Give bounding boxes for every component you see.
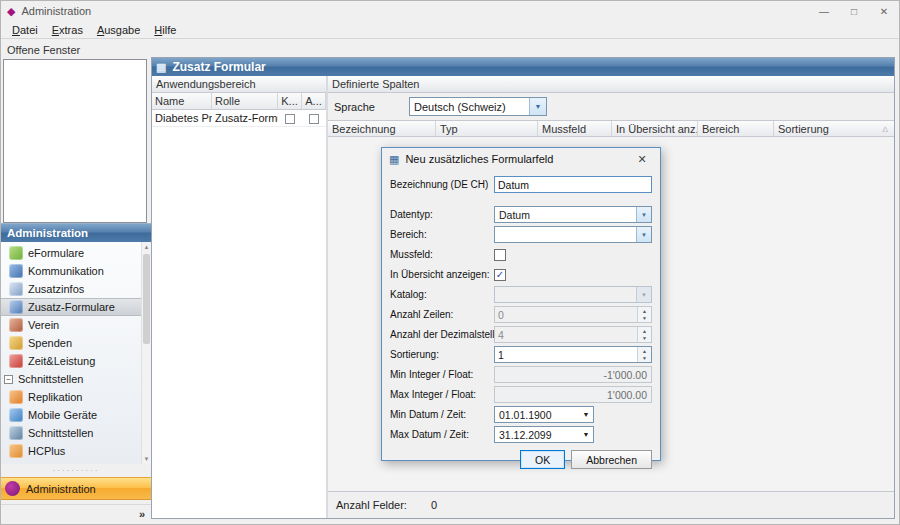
- sprache-label: Sprache: [334, 101, 409, 113]
- sort-asc-icon[interactable]: △: [883, 125, 888, 133]
- chevron-down-icon[interactable]: ▼: [579, 431, 593, 438]
- collapse-chevron-icon[interactable]: »: [139, 508, 145, 520]
- spin-down-icon[interactable]: ▼: [638, 355, 651, 363]
- minimize-button[interactable]: —: [809, 1, 839, 21]
- katalog-row: Katalog: ▼: [390, 286, 652, 303]
- uebersicht-checkbox[interactable]: ✓: [494, 269, 506, 281]
- scroll-down-icon[interactable]: ▼: [142, 454, 151, 464]
- sidebar-item-label: Spenden: [28, 337, 72, 349]
- column-bezeichnung[interactable]: Bezeichnung: [328, 121, 436, 136]
- spin-down-icon: ▼: [638, 335, 651, 343]
- definierte-spalten-title: Definierte Spalten: [328, 76, 894, 93]
- sidebar-item-mobile-geraete[interactable]: Mobile Geräte: [1, 406, 141, 424]
- spalten-table-header: Bezeichnung Typ Mussfeld In Übersicht an…: [328, 120, 894, 137]
- spenden-icon: [9, 336, 23, 350]
- sidebar-item-eformulare[interactable]: eFormulare: [1, 244, 141, 262]
- table-row[interactable]: Diabetes Prot... Zusatz-Formul...: [152, 110, 326, 127]
- sortierung-spinner[interactable]: 1 ▲▼: [494, 346, 652, 363]
- kommunikation-icon: [9, 264, 23, 278]
- dezimalstellen-row: Anzahl der Dezimalstellen: 4 ▲▼: [390, 326, 652, 343]
- sprache-value: Deutsch (Schweiz): [410, 101, 529, 113]
- anzahl-zeilen-spinner: 0 ▲▼: [494, 306, 652, 323]
- administration-bottom-button[interactable]: Administration: [1, 477, 151, 500]
- menu-extras[interactable]: Extras: [45, 22, 90, 38]
- dialog-close-icon[interactable]: ✕: [628, 149, 656, 169]
- menu-datei[interactable]: Datei: [5, 22, 45, 38]
- maximize-button[interactable]: □: [839, 1, 869, 21]
- menu-hilfe[interactable]: Hilfe: [147, 22, 183, 38]
- min-datum-value: 01.01.1900: [495, 409, 579, 421]
- a-checkbox[interactable]: [309, 114, 319, 124]
- sidebar-item-spenden[interactable]: Spenden: [1, 334, 141, 352]
- abbrechen-button[interactable]: Abbrechen: [571, 450, 652, 469]
- min-int-label: Min Integer / Float:: [390, 369, 494, 380]
- replikation-icon: [9, 390, 23, 404]
- chevron-down-icon[interactable]: ▼: [636, 227, 651, 242]
- datentyp-combobox[interactable]: Datum ▼: [494, 206, 652, 223]
- min-int-row: Min Integer / Float: -1'000.00: [390, 366, 652, 383]
- sidebar-item-replikation[interactable]: Replikation: [1, 388, 141, 406]
- anwendungsbereich-panel: Anwendungsbereich Name Rolle K... A... D…: [152, 76, 328, 518]
- neu-formularfeld-dialog: ▦ Neu zusätzliches Formularfeld ✕ Bezeic…: [381, 147, 661, 461]
- sidebar-item-verein[interactable]: Verein: [1, 316, 141, 334]
- sidebar-item-zeit-leistung[interactable]: Zeit&Leistung: [1, 352, 141, 370]
- cell-rolle: Zusatz-Formul...: [212, 111, 278, 125]
- sidebar-item-label: Zeit&Leistung: [28, 355, 95, 367]
- cell-a-checkbox-wrap: [302, 111, 326, 125]
- sidebar-item-label: Replikation: [28, 391, 82, 403]
- max-datum-picker[interactable]: 31.12.2099 ▼: [494, 426, 594, 443]
- max-int-field: 1'000.00: [494, 386, 652, 403]
- sidebar-item-label: Zusatz-Formulare: [28, 301, 115, 313]
- form-grid-icon: ▦: [156, 61, 166, 74]
- mussfeld-row: Mussfeld:: [390, 246, 652, 263]
- column-sortierung-label: Sortierung: [778, 123, 829, 135]
- chevron-down-icon[interactable]: ▼: [529, 98, 546, 115]
- menu-ausgabe[interactable]: Ausgabe: [90, 22, 147, 38]
- column-uebersicht[interactable]: In Übersicht anz...: [612, 121, 698, 136]
- sidebar-item-schnittstellen[interactable]: Schnittstellen: [1, 424, 141, 442]
- sprache-combobox[interactable]: Deutsch (Schweiz) ▼: [409, 97, 547, 116]
- sidebar-item-zusatz-formulare[interactable]: Zusatz-Formulare: [1, 298, 141, 316]
- bezeichnung-row: Bezeichnung (DE CH): [390, 176, 652, 193]
- column-a[interactable]: A...: [302, 93, 326, 109]
- chevron-down-icon[interactable]: ▼: [636, 207, 651, 222]
- k-checkbox[interactable]: [285, 114, 295, 124]
- column-typ[interactable]: Typ: [436, 121, 538, 136]
- sidebar-item-hcplus[interactable]: HCPlus: [1, 442, 141, 460]
- sprache-row: Sprache Deutsch (Schweiz) ▼: [328, 93, 894, 120]
- sidebar-item-kommunikation[interactable]: Kommunikation: [1, 262, 141, 280]
- spin-up-icon[interactable]: ▲: [638, 347, 651, 355]
- column-rolle[interactable]: Rolle: [212, 93, 278, 109]
- column-name[interactable]: Name: [152, 93, 212, 109]
- max-datum-label: Max Datum / Zeit:: [390, 429, 494, 440]
- scroll-up-icon[interactable]: ▲: [142, 242, 151, 252]
- bereich-combobox[interactable]: ▼: [494, 226, 652, 243]
- uebersicht-label: In Übersicht anzeigen:: [390, 269, 494, 280]
- open-windows-label: Offene Fenster: [7, 44, 80, 56]
- spin-up-icon: ▲: [638, 327, 651, 335]
- katalog-label: Katalog:: [390, 289, 494, 300]
- bezeichnung-input[interactable]: [494, 176, 652, 193]
- min-datum-picker[interactable]: 01.01.1900 ▼: [494, 406, 594, 423]
- close-button[interactable]: ✕: [869, 1, 899, 21]
- sidebar-item-zusatzinfos[interactable]: Zusatzinfos: [1, 280, 141, 298]
- chevron-down-icon[interactable]: ▼: [579, 411, 593, 418]
- nav-scrollbar[interactable]: ▲ ▼: [141, 242, 151, 464]
- column-mussfeld[interactable]: Mussfeld: [538, 121, 612, 136]
- zusatz-formulare-icon: [9, 300, 23, 314]
- column-k[interactable]: K...: [278, 93, 302, 109]
- schnittstellen-icon: [9, 426, 23, 440]
- column-bereich[interactable]: Bereich: [698, 121, 774, 136]
- panel-footer: Anzahl Felder: 0: [328, 491, 894, 518]
- column-sortierung[interactable]: Sortierung △: [774, 121, 894, 136]
- mussfeld-checkbox[interactable]: [494, 249, 506, 261]
- sidebar-footer: »: [1, 504, 151, 522]
- menubar: Datei Extras Ausgabe Hilfe: [1, 21, 899, 39]
- ok-button[interactable]: OK: [520, 450, 565, 469]
- splitter-grip[interactable]: ··········: [1, 467, 151, 475]
- sidebar-group-schnittstellen[interactable]: − Schnittstellen: [1, 370, 141, 388]
- open-windows-list[interactable]: [3, 59, 147, 223]
- collapse-expander-icon[interactable]: −: [4, 375, 13, 384]
- scrollbar-thumb[interactable]: [143, 254, 150, 344]
- hcplus-icon: [9, 444, 23, 458]
